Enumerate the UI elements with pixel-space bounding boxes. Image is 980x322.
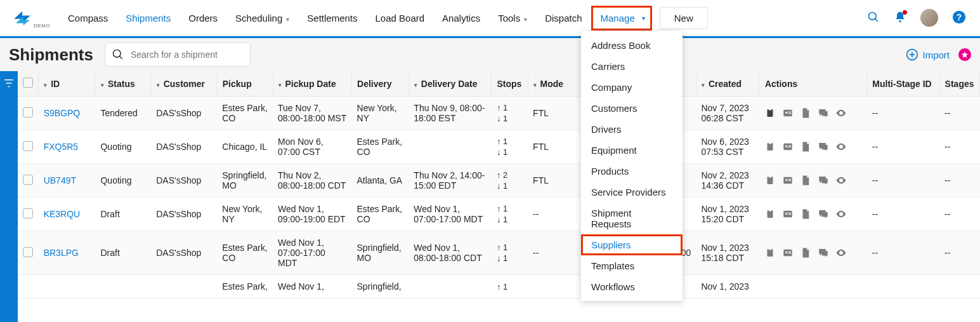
cell-delivery-date: Wed Nov 1, 07:00-17:00 MDT (408, 198, 492, 231)
nav-shipments[interactable]: Shipments (117, 1, 180, 35)
nav-orders[interactable]: Orders (180, 1, 226, 35)
cell-mode: FTL (528, 97, 578, 130)
document-icon[interactable] (800, 247, 811, 258)
svg-line-1 (875, 18, 878, 21)
shipment-id-link[interactable]: FXQ5R5 (44, 142, 78, 152)
cell-delivery-date (408, 275, 492, 299)
row-checkbox[interactable] (23, 247, 33, 257)
dropdown-item-service-providers[interactable]: Service Providers (581, 182, 683, 203)
search-icon[interactable] (867, 11, 880, 25)
document-icon[interactable] (800, 175, 811, 186)
col-stages[interactable]: Stages (939, 71, 979, 97)
svg-point-34 (786, 213, 788, 215)
clipboard-icon[interactable] (764, 107, 776, 119)
new-button[interactable]: New (660, 7, 708, 29)
eye-icon[interactable] (835, 107, 847, 119)
dropdown-item-suppliers[interactable]: Suppliers (581, 234, 683, 255)
row-checkbox[interactable] (23, 208, 33, 218)
document-icon[interactable] (800, 141, 811, 152)
search-input[interactable] (131, 50, 244, 60)
cell-actions (759, 97, 866, 130)
shipment-id-link[interactable]: BR3LPG (44, 248, 79, 258)
filter-icon (3, 77, 15, 89)
col-mode[interactable]: Mode (528, 71, 578, 97)
col-customer[interactable]: Customer (151, 71, 217, 97)
svg-rect-31 (768, 210, 773, 218)
chat-icon[interactable] (818, 175, 829, 186)
dropdown-item-templates[interactable]: Templates (581, 255, 683, 276)
cell-stages: -- (939, 231, 979, 275)
cell-pickup-date: Thu Nov 2, 08:00-18:00 CDT (273, 164, 352, 198)
row-checkbox[interactable] (23, 141, 33, 151)
nav-scheduling[interactable]: Scheduling (226, 1, 298, 35)
clipboard-icon[interactable] (764, 175, 776, 186)
clipboard-icon[interactable] (764, 208, 776, 220)
chat-icon[interactable] (818, 208, 829, 220)
chat-icon[interactable] (818, 107, 829, 119)
dropdown-item-drivers[interactable]: Drivers (581, 119, 683, 140)
col-pickup[interactable]: Pickup (217, 71, 273, 97)
col-created[interactable]: Created (696, 71, 759, 97)
nav-tools[interactable]: Tools (489, 1, 536, 35)
contact-icon[interactable] (782, 141, 794, 152)
contact-icon[interactable] (782, 247, 794, 258)
nav-dispatch[interactable]: Dispatch (536, 1, 591, 35)
dropdown-item-customers[interactable]: Customers (581, 98, 683, 119)
nav-load-board[interactable]: Load Board (367, 1, 434, 35)
notification-dot (903, 10, 907, 15)
bell-icon[interactable] (894, 11, 906, 25)
eye-icon[interactable] (835, 208, 847, 220)
col-pickup-date[interactable]: Pickup Date (273, 71, 352, 97)
eye-icon[interactable] (835, 175, 847, 186)
help-icon[interactable]: ? (952, 10, 966, 26)
document-icon[interactable] (800, 208, 811, 220)
dropdown-item-equipment[interactable]: Equipment (581, 140, 683, 161)
document-icon[interactable] (800, 107, 811, 119)
dropdown-item-shipment-requests[interactable]: Shipment Requests (581, 203, 683, 234)
cell-multi-stage (867, 275, 939, 299)
col-stops[interactable]: Stops (492, 71, 528, 97)
col-multi-stage[interactable]: Multi-Stage ID (867, 71, 939, 97)
row-checkbox[interactable] (23, 175, 33, 185)
eye-icon[interactable] (835, 247, 847, 258)
clipboard-icon[interactable] (764, 247, 776, 258)
contact-icon[interactable] (782, 208, 794, 220)
nav-compass[interactable]: Compass (59, 1, 117, 35)
nav-settlements[interactable]: Settlements (298, 1, 366, 35)
avatar[interactable] (920, 9, 938, 27)
row-checkbox[interactable] (23, 107, 33, 117)
shipment-id-link[interactable]: KE3RQU (44, 209, 81, 219)
contact-icon[interactable] (782, 107, 794, 119)
chat-icon[interactable] (818, 141, 829, 152)
col-delivery-date[interactable]: Delivery Date (408, 71, 492, 97)
cell-pickup: Estes Park, (217, 275, 273, 299)
cell-stages: -- (939, 130, 979, 164)
filter-rail[interactable] (0, 71, 18, 322)
col-delivery[interactable]: Delivery (352, 71, 409, 97)
import-button[interactable]: Import (906, 48, 950, 61)
clipboard-icon[interactable] (764, 141, 776, 152)
svg-point-20 (786, 145, 788, 147)
contact-icon[interactable] (782, 175, 794, 186)
dropdown-item-workflows[interactable]: Workflows (581, 276, 683, 297)
dropdown-item-products[interactable]: Products (581, 161, 683, 182)
chat-icon[interactable] (818, 247, 829, 258)
col-status[interactable]: Status (95, 71, 151, 97)
col-checkbox[interactable] (18, 71, 39, 97)
shipment-id-link[interactable]: UB749T (44, 175, 76, 185)
favorite-badge[interactable] (958, 48, 971, 61)
cell-pickup-date: Wed Nov 1, (273, 275, 352, 299)
shipment-id-link[interactable]: S9BGPQ (44, 108, 81, 118)
logo[interactable]: DEMO (11, 7, 50, 29)
nav-manage[interactable]: Manage (591, 6, 652, 30)
dropdown-item-address-book[interactable]: Address Book (581, 35, 683, 56)
dropdown-item-carriers[interactable]: Carriers (581, 56, 683, 77)
nav-analytics[interactable]: Analytics (433, 1, 489, 35)
svg-line-6 (119, 57, 122, 59)
cell-customer (151, 275, 217, 299)
search-box[interactable] (105, 43, 251, 67)
cell-pickup: Estes Park, CO (217, 231, 273, 275)
col-id[interactable]: ID (39, 71, 96, 97)
dropdown-item-company[interactable]: Company (581, 77, 683, 98)
eye-icon[interactable] (835, 141, 847, 152)
